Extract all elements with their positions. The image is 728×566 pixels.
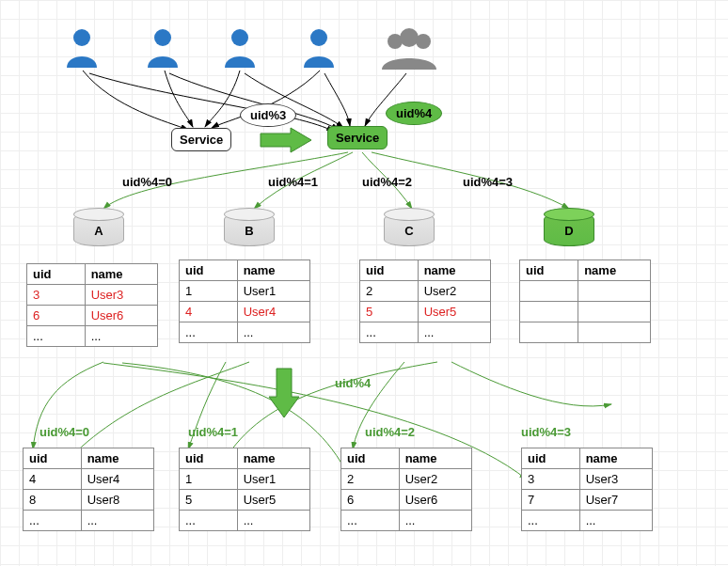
edge-label-uid4-1: uid%4=1 <box>268 175 318 189</box>
transform-arrow-icon <box>259 126 315 157</box>
th-name: name <box>418 260 490 281</box>
edge-label-b-uid4-0: uid%4=0 <box>40 425 89 439</box>
th-name: name <box>579 448 652 469</box>
user-icon <box>299 26 339 72</box>
cell: 7 <box>522 490 580 511</box>
th-name: name <box>399 448 471 469</box>
database-label: D <box>544 224 594 238</box>
th-uid: uid <box>180 260 238 281</box>
cell: ... <box>360 322 419 343</box>
table-c: uidname 2User2 5User5 ...... <box>359 259 491 343</box>
svg-point-0 <box>73 29 90 46</box>
user-icon <box>220 26 260 72</box>
speech-uid-mod-4: uid%4 <box>386 102 442 125</box>
cell: 6 <box>341 490 400 511</box>
cell: ... <box>27 326 86 347</box>
cell: User5 <box>237 490 309 511</box>
table-result-1: uidname 1User1 5User5 ...... <box>179 448 310 531</box>
cell: 2 <box>341 469 400 490</box>
speech-uid-mod-3: uid%3 <box>240 103 296 127</box>
mid-arrow-label: uid%4 <box>335 376 371 390</box>
cell: ... <box>81 511 153 531</box>
cell: ... <box>237 322 309 343</box>
cell: User3 <box>579 469 652 490</box>
cell: 4 <box>180 302 238 322</box>
svg-point-6 <box>416 34 431 49</box>
table-d: uidname <box>519 259 651 343</box>
cell: ... <box>85 326 157 347</box>
redistribute-arrow-icon <box>267 367 301 422</box>
th-uid: uid <box>522 448 580 469</box>
cell: User2 <box>399 469 471 490</box>
svg-point-5 <box>400 28 419 47</box>
cell: ... <box>399 511 471 531</box>
svg-point-2 <box>231 29 248 46</box>
svg-point-1 <box>154 29 171 46</box>
database-label: A <box>73 224 124 238</box>
th-uid: uid <box>341 448 400 469</box>
cell: User4 <box>81 469 153 490</box>
database-b: B <box>224 212 275 252</box>
table-result-3: uidname 3User3 7User7 ...... <box>521 448 653 531</box>
cell: 5 <box>360 302 419 322</box>
edge-label-b-uid4-3: uid%4=3 <box>521 425 571 439</box>
cell <box>578 322 651 343</box>
user-icon <box>62 26 102 72</box>
cell: ... <box>180 511 238 531</box>
cell: User8 <box>81 490 153 511</box>
table-b: uidname 1User1 4User4 ...... <box>179 259 310 343</box>
cell: User6 <box>399 490 471 511</box>
database-c: C <box>384 212 435 252</box>
cell: ... <box>180 322 238 343</box>
th-uid: uid <box>180 448 238 469</box>
user-icon <box>143 26 182 72</box>
cell: 5 <box>180 490 238 511</box>
cell: ... <box>522 511 580 531</box>
cell: 2 <box>360 281 419 302</box>
database-a: A <box>73 212 124 252</box>
th-uid: uid <box>24 448 82 469</box>
table-a: uidname 3User3 6User6 ...... <box>26 263 158 347</box>
cell: User2 <box>418 281 490 302</box>
th-name: name <box>85 264 157 285</box>
cell <box>520 302 578 322</box>
cell: 8 <box>24 490 82 511</box>
database-label: B <box>224 224 275 238</box>
th-uid: uid <box>27 264 86 285</box>
cell: ... <box>418 322 490 343</box>
table-result-2: uidname 2User2 6User6 ...... <box>340 448 472 531</box>
database-label: C <box>384 224 435 238</box>
cell <box>520 281 578 302</box>
cell: ... <box>24 511 82 531</box>
th-name: name <box>81 448 153 469</box>
cell: User4 <box>237 302 309 322</box>
edge-label-b-uid4-1: uid%4=1 <box>188 425 238 439</box>
edge-label-uid4-2: uid%4=2 <box>362 175 412 189</box>
database-d: D <box>544 212 594 252</box>
th-uid: uid <box>360 260 419 281</box>
edge-label-uid4-0: uid%4=0 <box>122 175 172 189</box>
cell: User3 <box>85 285 157 306</box>
service-box-new: Service <box>327 126 388 149</box>
cell: 4 <box>24 469 82 490</box>
th-name: name <box>237 448 309 469</box>
th-uid: uid <box>520 260 578 281</box>
edge-label-b-uid4-2: uid%4=2 <box>365 425 415 439</box>
table-result-0: uidname 4User4 8User8 ...... <box>23 448 154 531</box>
edge-label-uid4-3: uid%4=3 <box>463 175 513 189</box>
cell: User5 <box>418 302 490 322</box>
cell <box>578 281 651 302</box>
cell: 1 <box>180 469 238 490</box>
service-box-old: Service <box>171 128 231 151</box>
cell: User6 <box>85 306 157 326</box>
cell <box>578 302 651 322</box>
cell: ... <box>579 511 652 531</box>
cell: User1 <box>237 281 309 302</box>
th-name: name <box>578 260 651 281</box>
cell <box>520 322 578 343</box>
svg-point-3 <box>310 29 327 46</box>
cell: ... <box>341 511 400 531</box>
cell: User7 <box>579 490 652 511</box>
cell: 1 <box>180 281 238 302</box>
cell: User1 <box>237 469 309 490</box>
